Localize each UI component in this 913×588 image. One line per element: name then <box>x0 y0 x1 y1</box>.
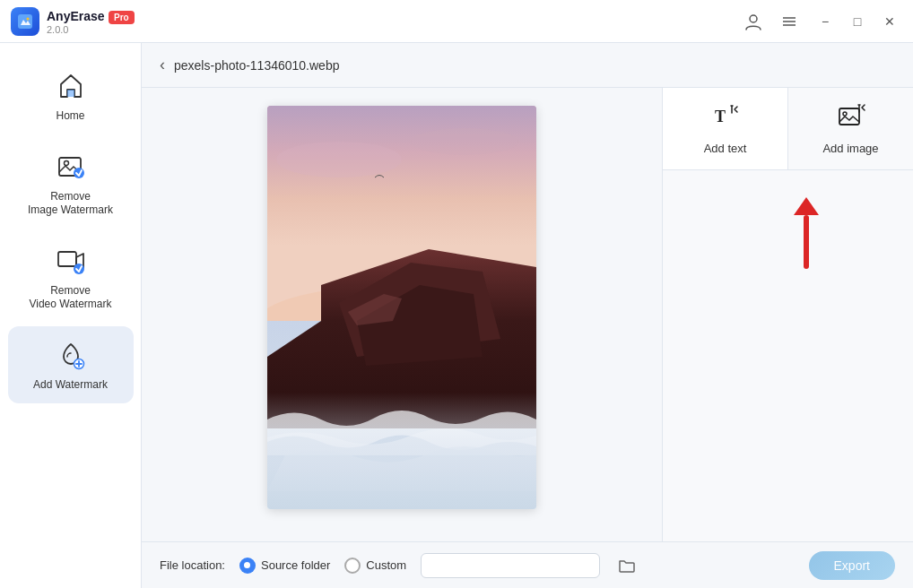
svg-point-27 <box>843 112 847 116</box>
custom-label: Custom <box>366 558 406 572</box>
menu-button[interactable] <box>777 9 802 34</box>
svg-text:T: T <box>715 108 726 125</box>
add-image-icon <box>837 102 865 136</box>
tab-add-image-label: Add image <box>822 142 878 155</box>
image-preview <box>267 106 536 509</box>
sidebar-item-home[interactable]: Home <box>8 57 134 134</box>
preview-area <box>142 88 662 541</box>
add-watermark-icon <box>53 337 89 373</box>
file-location-bar: File location: Source folder Custom Expo… <box>142 541 913 588</box>
svg-point-23 <box>276 142 402 177</box>
file-location-label: File location: <box>160 558 225 572</box>
custom-option[interactable]: Custom <box>344 558 406 574</box>
back-button[interactable]: ‹ <box>160 56 165 74</box>
sidebar-item-remove-video-watermark[interactable]: RemoveVideo Watermark <box>8 232 134 323</box>
app-version: 2.0.0 <box>47 24 135 35</box>
export-button[interactable]: Export <box>809 551 895 580</box>
content-area: ‹ pexels-photo-11346010.webp <box>142 43 913 588</box>
user-account-button[interactable] <box>741 9 766 34</box>
minimize-button[interactable]: − <box>813 9 838 34</box>
svg-point-9 <box>74 168 84 178</box>
app-branding: AnyErase Pro 2.0.0 <box>11 7 135 36</box>
app-name-group: AnyErase Pro 2.0.0 <box>47 8 135 35</box>
svg-point-11 <box>74 264 84 274</box>
tab-add-text-label: Add text <box>704 142 747 155</box>
svg-rect-26 <box>839 108 859 125</box>
preview-panel: T Add text <box>142 88 913 541</box>
remove-image-watermark-icon <box>53 149 89 185</box>
sidebar-item-remove-image-watermark[interactable]: RemoveImage Watermark <box>8 138 134 229</box>
sidebar-item-remove-video-label: RemoveVideo Watermark <box>29 284 111 312</box>
arrow-shaft <box>804 215 809 269</box>
svg-point-24 <box>411 128 518 155</box>
sidebar: Home RemoveImage Watermark <box>0 43 142 588</box>
pro-badge: Pro <box>109 11 135 24</box>
main-layout: Home RemoveImage Watermark <box>0 43 913 588</box>
file-name: pexels-photo-11346010.webp <box>174 58 339 73</box>
source-folder-radio[interactable] <box>239 558 256 574</box>
app-name: AnyErase <box>47 9 105 23</box>
tab-add-text[interactable]: T Add text <box>663 88 788 169</box>
svg-point-1 <box>27 17 30 20</box>
content-header: ‹ pexels-photo-11346010.webp <box>142 43 913 88</box>
window-controls: − □ ✕ <box>813 9 902 34</box>
source-folder-option[interactable]: Source folder <box>239 558 330 574</box>
sidebar-item-remove-image-label: RemoveImage Watermark <box>28 190 113 218</box>
tab-add-image[interactable]: Add image <box>788 88 913 169</box>
svg-rect-0 <box>18 14 32 29</box>
svg-point-2 <box>750 15 757 22</box>
sidebar-item-home-label: Home <box>56 109 84 124</box>
arrow-annotation <box>663 170 913 269</box>
close-button[interactable]: ✕ <box>877 9 902 34</box>
sidebar-item-add-watermark[interactable]: Add Watermark <box>8 326 134 403</box>
custom-path-input[interactable] <box>421 553 600 578</box>
app-logo <box>11 7 39 36</box>
right-panel: T Add text <box>662 88 913 541</box>
arrow-head <box>794 197 819 215</box>
sidebar-item-add-watermark-label: Add Watermark <box>33 378 108 393</box>
title-bar: AnyErase Pro 2.0.0 − □ ✕ <box>0 0 913 43</box>
svg-rect-6 <box>67 90 74 97</box>
svg-point-8 <box>64 160 68 165</box>
panel-tabs: T Add text <box>663 88 913 170</box>
custom-radio[interactable] <box>344 558 361 574</box>
source-folder-label: Source folder <box>261 558 330 572</box>
svg-rect-10 <box>58 252 76 266</box>
remove-video-watermark-icon <box>53 243 89 279</box>
add-text-icon: T <box>711 102 740 136</box>
home-icon <box>53 68 89 104</box>
red-arrow <box>794 197 819 269</box>
title-bar-right: − □ ✕ <box>741 9 902 34</box>
maximize-button[interactable]: □ <box>845 9 870 34</box>
browse-folder-button[interactable] <box>614 553 639 578</box>
